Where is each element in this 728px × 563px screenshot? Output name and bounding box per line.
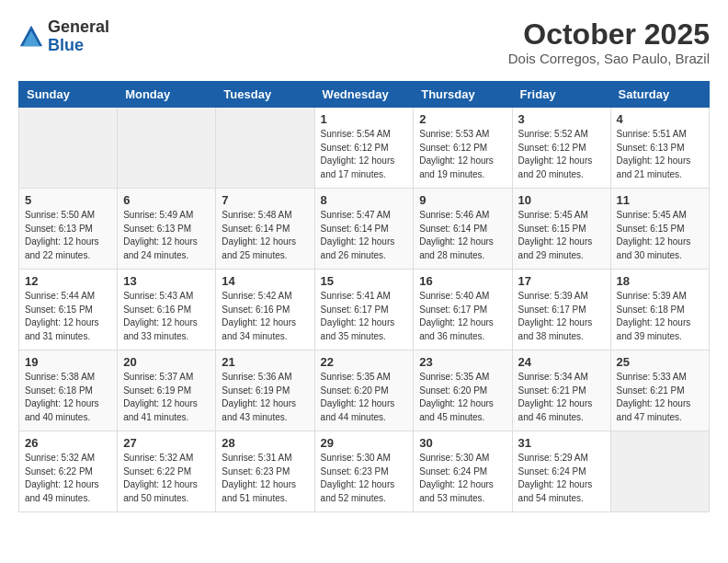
day-info: Sunrise: 5:32 AM Sunset: 6:22 PM Dayligh… [123,452,210,505]
calendar-cell: 30Sunrise: 5:30 AM Sunset: 6:24 PM Dayli… [414,431,512,512]
page-header: General Blue October 2025 Dois Corregos,… [18,18,710,66]
location: Dois Corregos, Sao Paulo, Brazil [508,51,710,66]
calendar-cell: 14Sunrise: 5:42 AM Sunset: 6:16 PM Dayli… [216,270,314,350]
day-number: 28 [222,436,308,450]
day-info: Sunrise: 5:50 AM Sunset: 6:13 PM Dayligh… [25,209,111,262]
day-info: Sunrise: 5:37 AM Sunset: 6:19 PM Dayligh… [123,371,210,424]
day-number: 22 [321,355,408,369]
day-number: 2 [419,112,506,126]
calendar-cell: 22Sunrise: 5:35 AM Sunset: 6:20 PM Dayli… [314,350,414,431]
calendar-table: SundayMondayTuesdayWednesdayThursdayFrid… [18,81,710,512]
calendar-cell: 18Sunrise: 5:39 AM Sunset: 6:18 PM Dayli… [610,270,709,350]
weekday-header-row: SundayMondayTuesdayWednesdayThursdayFrid… [19,82,710,108]
day-info: Sunrise: 5:41 AM Sunset: 6:17 PM Dayligh… [321,290,408,343]
day-number: 29 [321,436,408,450]
calendar-cell: 13Sunrise: 5:43 AM Sunset: 6:16 PM Dayli… [118,270,216,350]
day-number: 12 [25,274,111,288]
day-number: 17 [518,274,605,288]
day-number: 27 [123,436,210,450]
logo-general-text: General [48,17,109,36]
day-info: Sunrise: 5:30 AM Sunset: 6:24 PM Dayligh… [419,452,506,505]
logo-icon [18,24,44,50]
day-number: 4 [617,112,703,126]
day-info: Sunrise: 5:51 AM Sunset: 6:13 PM Dayligh… [617,128,703,181]
calendar-cell: 2Sunrise: 5:53 AM Sunset: 6:12 PM Daylig… [414,108,512,189]
calendar-cell [216,108,314,189]
day-number: 16 [419,274,506,288]
calendar-cell: 8Sunrise: 5:47 AM Sunset: 6:14 PM Daylig… [314,189,414,270]
day-info: Sunrise: 5:31 AM Sunset: 6:23 PM Dayligh… [222,452,308,505]
calendar-cell: 11Sunrise: 5:45 AM Sunset: 6:15 PM Dayli… [610,189,709,270]
day-info: Sunrise: 5:49 AM Sunset: 6:13 PM Dayligh… [123,209,210,262]
weekday-header-wednesday: Wednesday [314,82,414,108]
weekday-header-saturday: Saturday [610,82,709,108]
calendar-cell: 12Sunrise: 5:44 AM Sunset: 6:15 PM Dayli… [19,270,118,350]
logo: General Blue [18,18,109,55]
weekday-header-sunday: Sunday [19,82,118,108]
weekday-header-monday: Monday [118,82,216,108]
calendar-cell: 27Sunrise: 5:32 AM Sunset: 6:22 PM Dayli… [118,431,216,512]
day-number: 24 [518,355,605,369]
day-info: Sunrise: 5:42 AM Sunset: 6:16 PM Dayligh… [222,290,308,343]
day-number: 25 [617,355,703,369]
day-info: Sunrise: 5:35 AM Sunset: 6:20 PM Dayligh… [321,371,408,424]
day-number: 31 [518,436,605,450]
day-info: Sunrise: 5:47 AM Sunset: 6:14 PM Dayligh… [321,209,408,262]
calendar-cell: 3Sunrise: 5:52 AM Sunset: 6:12 PM Daylig… [512,108,610,189]
calendar-week-row: 26Sunrise: 5:32 AM Sunset: 6:22 PM Dayli… [19,431,710,512]
day-info: Sunrise: 5:39 AM Sunset: 6:17 PM Dayligh… [518,290,605,343]
calendar-cell: 7Sunrise: 5:48 AM Sunset: 6:14 PM Daylig… [216,189,314,270]
month-title: October 2025 [508,18,710,51]
calendar-cell: 25Sunrise: 5:33 AM Sunset: 6:21 PM Dayli… [610,350,709,431]
day-number: 14 [222,274,308,288]
weekday-header-thursday: Thursday [414,82,512,108]
day-info: Sunrise: 5:53 AM Sunset: 6:12 PM Dayligh… [419,128,506,181]
logo-blue-text: Blue [48,36,84,54]
day-info: Sunrise: 5:54 AM Sunset: 6:12 PM Dayligh… [321,128,408,181]
day-number: 23 [419,355,506,369]
day-info: Sunrise: 5:46 AM Sunset: 6:14 PM Dayligh… [419,209,506,262]
day-info: Sunrise: 5:38 AM Sunset: 6:18 PM Dayligh… [25,371,111,424]
calendar-cell: 28Sunrise: 5:31 AM Sunset: 6:23 PM Dayli… [216,431,314,512]
day-info: Sunrise: 5:45 AM Sunset: 6:15 PM Dayligh… [518,209,605,262]
day-number: 21 [222,355,308,369]
day-info: Sunrise: 5:36 AM Sunset: 6:19 PM Dayligh… [222,371,308,424]
day-number: 19 [25,355,111,369]
calendar-cell: 23Sunrise: 5:35 AM Sunset: 6:20 PM Dayli… [414,350,512,431]
day-info: Sunrise: 5:43 AM Sunset: 6:16 PM Dayligh… [123,290,210,343]
calendar-cell [19,108,118,189]
calendar-cell: 6Sunrise: 5:49 AM Sunset: 6:13 PM Daylig… [118,189,216,270]
calendar-cell: 1Sunrise: 5:54 AM Sunset: 6:12 PM Daylig… [314,108,414,189]
day-number: 30 [419,436,506,450]
day-number: 7 [222,193,308,207]
day-info: Sunrise: 5:40 AM Sunset: 6:17 PM Dayligh… [419,290,506,343]
day-number: 11 [617,193,703,207]
day-number: 8 [321,193,408,207]
day-number: 20 [123,355,210,369]
day-number: 3 [518,112,605,126]
calendar-week-row: 1Sunrise: 5:54 AM Sunset: 6:12 PM Daylig… [19,108,710,189]
day-number: 15 [321,274,408,288]
calendar-cell: 20Sunrise: 5:37 AM Sunset: 6:19 PM Dayli… [118,350,216,431]
day-info: Sunrise: 5:44 AM Sunset: 6:15 PM Dayligh… [25,290,111,343]
calendar-cell [610,431,709,512]
day-number: 5 [25,193,111,207]
calendar-cell: 5Sunrise: 5:50 AM Sunset: 6:13 PM Daylig… [19,189,118,270]
day-number: 9 [419,193,506,207]
calendar-cell: 4Sunrise: 5:51 AM Sunset: 6:13 PM Daylig… [610,108,709,189]
day-number: 26 [25,436,111,450]
calendar-cell: 19Sunrise: 5:38 AM Sunset: 6:18 PM Dayli… [19,350,118,431]
calendar-cell: 24Sunrise: 5:34 AM Sunset: 6:21 PM Dayli… [512,350,610,431]
calendar-cell: 15Sunrise: 5:41 AM Sunset: 6:17 PM Dayli… [314,270,414,350]
day-info: Sunrise: 5:29 AM Sunset: 6:24 PM Dayligh… [518,452,605,505]
calendar-cell: 17Sunrise: 5:39 AM Sunset: 6:17 PM Dayli… [512,270,610,350]
day-info: Sunrise: 5:32 AM Sunset: 6:22 PM Dayligh… [25,452,111,505]
calendar-cell [118,108,216,189]
day-info: Sunrise: 5:35 AM Sunset: 6:20 PM Dayligh… [419,371,506,424]
calendar-cell: 29Sunrise: 5:30 AM Sunset: 6:23 PM Dayli… [314,431,414,512]
day-info: Sunrise: 5:52 AM Sunset: 6:12 PM Dayligh… [518,128,605,181]
calendar-cell: 16Sunrise: 5:40 AM Sunset: 6:17 PM Dayli… [414,270,512,350]
calendar-cell: 21Sunrise: 5:36 AM Sunset: 6:19 PM Dayli… [216,350,314,431]
calendar-cell: 26Sunrise: 5:32 AM Sunset: 6:22 PM Dayli… [19,431,118,512]
day-number: 18 [617,274,703,288]
